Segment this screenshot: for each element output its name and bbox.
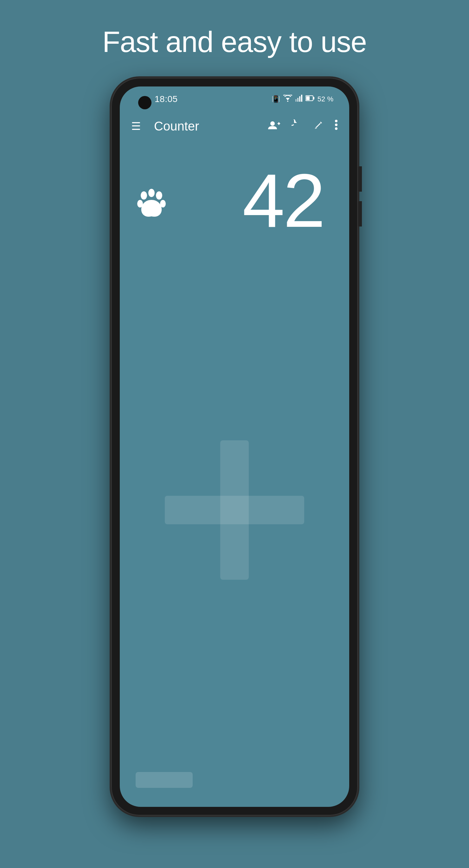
svg-point-18 [148,189,155,197]
app-toolbar: ☰ Counter [120,112,349,140]
phone-mockup: 18:05 📳 [111,78,358,816]
vibrate-icon: 📳 [271,95,280,103]
reset-icon[interactable] [292,119,302,133]
phone-frame: 18:05 📳 [111,78,358,816]
edit-icon[interactable] [314,120,323,132]
svg-point-16 [335,127,338,130]
svg-marker-0 [286,98,290,100]
volume-down-button[interactable] [358,201,362,226]
svg-point-15 [335,124,338,126]
svg-rect-8 [306,96,310,100]
status-bar: 18:05 📳 [120,87,349,112]
counter-area: 42 [120,140,349,261]
signal-icon [295,95,302,103]
svg-point-9 [270,121,275,126]
toolbar-title: Counter [154,119,262,133]
menu-icon[interactable]: ☰ [131,120,141,132]
more-icon[interactable] [334,119,338,133]
svg-point-19 [156,191,162,199]
camera-hole [138,96,151,109]
battery-percent: 52 % [318,95,333,103]
increment-button[interactable] [120,264,349,756]
add-person-icon[interactable] [268,120,280,132]
decrement-button[interactable] [136,772,193,788]
wifi-icon [283,95,292,103]
page-headline: Fast and easy to use [102,25,367,59]
toolbar-actions [268,119,338,133]
plus-symbol [165,440,304,580]
counter-value: 42 [167,162,333,239]
status-time: 18:05 [155,94,178,104]
svg-point-14 [335,120,338,122]
phone-screen: 18:05 📳 [120,87,349,807]
volume-up-button[interactable] [358,166,362,192]
svg-marker-12 [294,120,297,123]
svg-rect-3 [297,98,298,102]
paw-icon [136,188,167,220]
status-icons: 📳 [271,95,333,103]
plus-horizontal-bar [165,496,304,524]
svg-rect-4 [299,96,300,102]
battery-icon [305,95,314,103]
svg-point-17 [141,191,147,199]
svg-rect-7 [314,97,314,99]
svg-line-13 [315,128,317,129]
svg-rect-5 [301,95,302,102]
svg-rect-2 [295,99,297,102]
svg-point-1 [287,101,288,102]
